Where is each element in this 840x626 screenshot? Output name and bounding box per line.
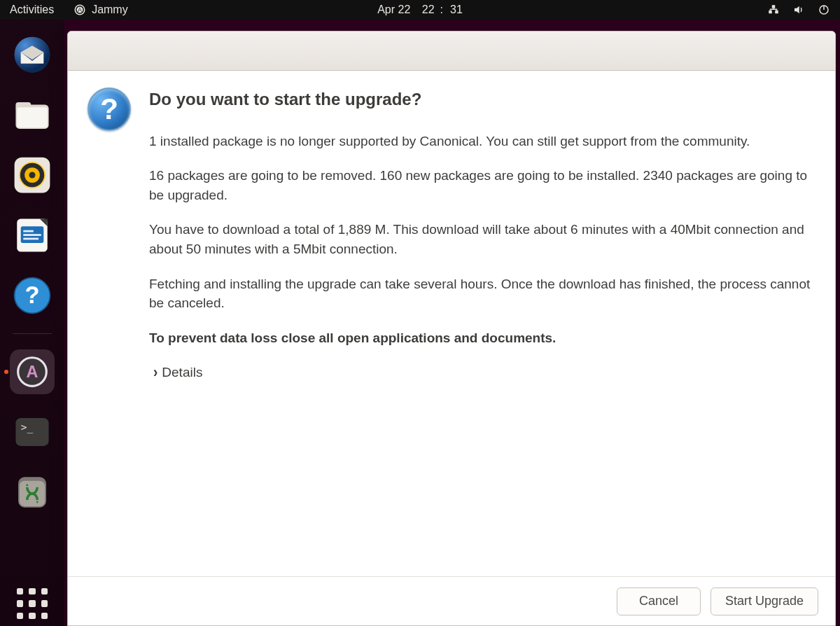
- svg-text:?: ?: [24, 281, 39, 308]
- dock: ? A >_: [0, 20, 64, 626]
- running-indicator-icon: [4, 370, 8, 374]
- volume-icon: [792, 4, 805, 16]
- writer-icon: [12, 215, 52, 256]
- svg-point-15: [29, 172, 35, 178]
- dialog-footer: Cancel Start Upgrade: [68, 576, 835, 625]
- paragraph-packages: 16 packages are going to be removed. 160…: [149, 166, 816, 204]
- cancel-button[interactable]: Cancel: [617, 587, 701, 615]
- svg-rect-21: [23, 238, 38, 240]
- start-upgrade-button[interactable]: Start Upgrade: [710, 587, 818, 615]
- paragraph-download: You have to download a total of 1,889 M.…: [149, 220, 816, 258]
- dock-files[interactable]: [10, 92, 55, 137]
- dock-thunderbird[interactable]: [10, 32, 55, 77]
- dock-rhythmbox[interactable]: [10, 153, 55, 197]
- svg-rect-20: [23, 234, 41, 236]
- files-icon: [12, 95, 52, 135]
- paragraph-prevent: To prevent data loss close all open appl…: [149, 328, 816, 348]
- dock-writer[interactable]: [10, 213, 55, 258]
- dock-terminal[interactable]: >_: [10, 410, 55, 454]
- dock-divider: [13, 333, 52, 334]
- network-icon: [767, 4, 780, 16]
- terminal-icon: >_: [12, 412, 52, 452]
- dock-trash[interactable]: [10, 470, 55, 515]
- svg-text:A: A: [27, 363, 38, 381]
- help-icon: ?: [12, 275, 52, 316]
- app-badge-icon: A: [74, 4, 86, 16]
- dialog-heading: Do you want to start the upgrade?: [149, 88, 816, 112]
- dialog-titlebar[interactable]: [68, 32, 835, 71]
- svg-rect-3: [775, 11, 778, 14]
- svg-text:>_: >_: [21, 422, 34, 433]
- app-menu-label: Jammy: [92, 4, 128, 16]
- details-label: Details: [162, 363, 202, 382]
- svg-rect-19: [23, 230, 34, 232]
- svg-rect-11: [17, 107, 48, 127]
- clock[interactable]: Apr 22 22 : 31: [377, 4, 463, 16]
- svg-text:A: A: [78, 6, 82, 13]
- activities-button[interactable]: Activities: [10, 4, 54, 16]
- dock-software-updater[interactable]: A: [10, 349, 55, 394]
- paragraph-warning: Fetching and installing the upgrade can …: [149, 274, 816, 313]
- chevron-right-icon: ›: [153, 361, 158, 384]
- svg-rect-2: [769, 11, 772, 14]
- paragraph-unsupported: 1 installed package is no longer support…: [149, 132, 816, 151]
- show-applications-button[interactable]: [10, 581, 55, 626]
- software-updater-icon: A: [15, 354, 50, 389]
- power-icon: [818, 4, 830, 16]
- thunderbird-icon: [12, 34, 52, 75]
- system-status-area[interactable]: [767, 4, 830, 16]
- rhythmbox-icon: [12, 155, 52, 195]
- dock-help[interactable]: ?: [10, 273, 55, 318]
- top-bar: Activities A Jammy Apr 22 22 : 31: [0, 0, 840, 20]
- details-expander[interactable]: › Details: [149, 363, 816, 382]
- upgrade-dialog: ? Do you want to start the upgrade? 1 in…: [67, 31, 836, 626]
- dialog-question-icon: ?: [88, 88, 132, 576]
- trash-icon: [12, 472, 52, 513]
- svg-rect-4: [772, 5, 776, 8]
- app-menu[interactable]: A Jammy: [74, 4, 128, 16]
